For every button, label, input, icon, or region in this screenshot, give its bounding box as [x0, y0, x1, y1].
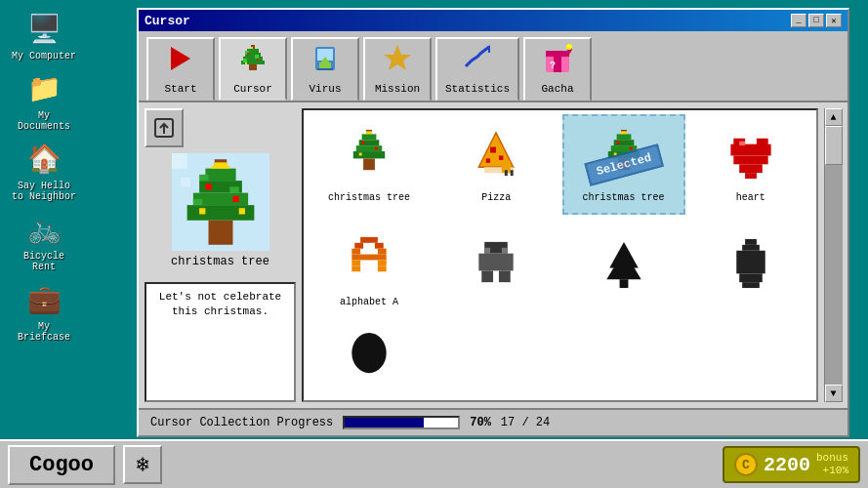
- maximize-button[interactable]: □: [808, 14, 824, 27]
- svg-rect-35: [199, 175, 208, 181]
- desktop-icon-my-documents[interactable]: 📁 My Documents: [10, 69, 78, 132]
- svg-rect-53: [362, 141, 365, 143]
- tab-statistics[interactable]: Statistics: [435, 37, 519, 101]
- svg-rect-82: [360, 236, 378, 242]
- upload-button[interactable]: [145, 108, 184, 147]
- svg-rect-59: [499, 155, 503, 159]
- svg-rect-6: [249, 64, 257, 70]
- tab-mission[interactable]: Mission: [363, 37, 432, 101]
- cursor-item-pizza[interactable]: Pizza: [434, 114, 558, 215]
- cursor-item-silhouette-4[interactable]: [308, 323, 431, 396]
- svg-rect-49: [356, 145, 383, 151]
- svg-rect-86: [378, 248, 387, 254]
- cursor-item-heart[interactable]: heart: [689, 114, 812, 215]
- svg-rect-101: [745, 239, 757, 245]
- cursor-item-silhouette-3[interactable]: [689, 219, 812, 319]
- svg-rect-36: [229, 186, 238, 192]
- nav-bar: Start: [139, 31, 847, 102]
- svg-rect-69: [607, 151, 639, 158]
- scroll-thumb[interactable]: [825, 126, 843, 165]
- tab-start[interactable]: Start: [146, 37, 215, 101]
- gacha-tab-icon: ?: [542, 43, 573, 81]
- svg-rect-12: [257, 59, 259, 61]
- svg-text:?: ?: [550, 61, 556, 71]
- progress-percent: 70%: [470, 416, 491, 429]
- svg-rect-11: [247, 53, 249, 55]
- svg-rect-70: [618, 158, 630, 170]
- svg-rect-103: [736, 251, 765, 274]
- svg-rect-71: [621, 131, 627, 134]
- cursor-item-christmas-tree-1[interactable]: christmas tree: [308, 114, 431, 215]
- bonus-label: bonus: [816, 452, 848, 465]
- svg-rect-54: [375, 146, 378, 149]
- snowflake-button[interactable]: ❄: [123, 445, 162, 484]
- svg-rect-89: [378, 260, 387, 265]
- scroll-down-button[interactable]: ▼: [825, 385, 843, 402]
- cursor-item-silhouette-1[interactable]: [434, 219, 558, 319]
- svg-rect-10: [251, 47, 253, 49]
- svg-rect-85: [351, 248, 360, 254]
- scrollbar: ▲ ▼: [824, 108, 842, 402]
- svg-rect-73: [630, 146, 633, 149]
- svg-rect-66: [616, 134, 631, 140]
- svg-rect-94: [482, 270, 494, 282]
- progress-label: Cursor Collection Progress: [150, 416, 333, 429]
- bonus-value: +10%: [816, 465, 848, 477]
- svg-rect-80: [745, 173, 757, 179]
- start-tab-icon: [165, 43, 196, 81]
- coin-area: C 2200 bonus +10%: [723, 446, 860, 483]
- scroll-up-button[interactable]: ▲: [825, 108, 843, 126]
- tab-virus[interactable]: Virus: [291, 37, 359, 101]
- cursor-item-christmas-tree-2[interactable]: Selected christmas tree: [562, 114, 685, 215]
- svg-rect-52: [366, 131, 372, 134]
- tab-gacha[interactable]: ? Gacha: [523, 37, 592, 101]
- scroll-track[interactable]: [825, 126, 843, 385]
- svg-rect-87: [351, 254, 386, 260]
- svg-rect-34: [208, 221, 232, 245]
- svg-rect-17: [319, 62, 331, 68]
- svg-rect-74: [613, 152, 616, 155]
- svg-rect-47: [362, 134, 377, 140]
- svg-rect-77: [730, 143, 770, 155]
- svg-point-24: [566, 44, 572, 50]
- cursor-label-1: christmas tree: [328, 192, 410, 203]
- desktop-icon-bicycle-rent[interactable]: 🚲 Bicycle Rent: [10, 210, 78, 272]
- desktop-icon-say-hello[interactable]: 🏠 Say Hello to Neighbor: [10, 140, 78, 202]
- main-window: Cursor _ □ ✕ Start: [137, 8, 849, 437]
- svg-rect-41: [232, 196, 238, 202]
- cursor-description: Let's not celebrate this christmas.: [145, 282, 296, 402]
- description-text: Let's not celebrate this christmas.: [159, 291, 281, 317]
- svg-rect-93: [479, 254, 514, 271]
- content-area: christmas tree Let's not celebrate this …: [139, 102, 847, 408]
- featured-cursor-image: [172, 153, 269, 251]
- left-panel: christmas tree Let's not celebrate this …: [145, 108, 296, 402]
- title-bar: Cursor _ □ ✕: [139, 10, 847, 31]
- coin-amount: 2200: [764, 454, 810, 476]
- title-bar-buttons: _ □ ✕: [791, 14, 842, 27]
- app-name-button[interactable]: Cogoo: [8, 445, 115, 485]
- svg-rect-84: [375, 242, 384, 248]
- featured-cursor-display: christmas tree: [145, 153, 296, 268]
- svg-rect-68: [610, 145, 637, 151]
- svg-rect-9: [243, 59, 247, 62]
- close-button[interactable]: ✕: [826, 14, 842, 27]
- svg-rect-104: [739, 273, 763, 282]
- svg-rect-107: [357, 350, 381, 368]
- cursor-item-silhouette-2[interactable]: [562, 219, 685, 319]
- svg-rect-45: [181, 178, 189, 186]
- svg-rect-95: [499, 270, 511, 282]
- svg-rect-83: [354, 242, 363, 248]
- minimize-button[interactable]: _: [791, 14, 806, 27]
- svg-rect-91: [378, 265, 387, 271]
- svg-rect-79: [739, 164, 763, 173]
- tab-cursor[interactable]: Cursor: [219, 37, 287, 101]
- coin-icon: C: [734, 453, 758, 476]
- svg-rect-97: [502, 248, 508, 254]
- window-title: Cursor: [145, 14, 190, 28]
- svg-marker-19: [384, 45, 411, 70]
- desktop-icon-my-briefcase[interactable]: 💼 My Briefcase: [10, 280, 78, 343]
- desktop-icon-my-computer[interactable]: 🖥️ My Computer: [10, 10, 78, 61]
- cursor-item-alphabet-a[interactable]: alphabet A: [308, 219, 431, 319]
- svg-marker-0: [171, 47, 190, 70]
- progress-bar-area: Cursor Collection Progress 70% 17 / 24: [139, 408, 847, 435]
